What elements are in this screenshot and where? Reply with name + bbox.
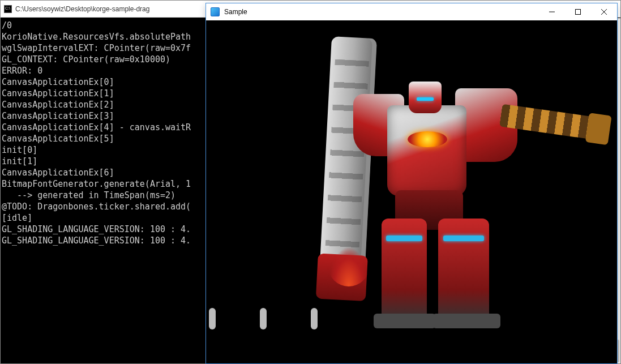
indicator-pill bbox=[311, 308, 318, 329]
mecha-foot-right bbox=[432, 314, 500, 328]
mecha-leg-left bbox=[382, 219, 427, 320]
console-line: CanvasApplicationEx[0] bbox=[2, 77, 114, 87]
console-line: wglSwapIntervalEXT: CPointer(raw=0x7f bbox=[2, 43, 191, 53]
mecha-head bbox=[409, 82, 442, 113]
mecha-flame-deco bbox=[328, 247, 369, 286]
ui-indicators bbox=[209, 308, 318, 329]
minimize-icon bbox=[549, 9, 555, 15]
maximize-icon bbox=[575, 9, 581, 15]
render-canvas[interactable] bbox=[206, 20, 617, 363]
minimize-button[interactable] bbox=[539, 3, 565, 20]
console-line: KorioNative.ResourcesVfs.absolutePath bbox=[2, 32, 191, 42]
close-icon bbox=[601, 9, 607, 15]
sample-title: Sample bbox=[224, 8, 534, 16]
console-line: CanvasApplicationEx[2] bbox=[2, 100, 114, 110]
console-line: @TODO: Dragonbones.ticker.shared.add( bbox=[2, 202, 191, 212]
console-line: BitmapFontGenerator.generate(Arial, 1 bbox=[2, 179, 191, 189]
console-line: init[1] bbox=[2, 156, 37, 166]
svg-rect-1 bbox=[576, 10, 581, 15]
indicator-pill bbox=[209, 308, 216, 329]
console-line: CanvasApplicationEx[5] bbox=[2, 134, 114, 144]
console-line: CanvasApplicationEx[3] bbox=[2, 111, 114, 121]
console-line: /0 bbox=[2, 20, 12, 31]
maximize-button[interactable] bbox=[565, 3, 591, 20]
console-line: GL_SHADING_LANGUAGE_VERSION: 100 : 4. bbox=[2, 235, 191, 246]
console-line: [idle] bbox=[2, 213, 32, 223]
mecha-foot-left bbox=[374, 314, 436, 328]
console-title: C:\Users\soywiz\Desktop\korge-sample-dra… bbox=[15, 5, 149, 13]
mecha-chest-light bbox=[408, 131, 447, 147]
mecha-leg-right bbox=[438, 219, 489, 320]
window-controls bbox=[539, 3, 617, 20]
console-line: ERROR: 0 bbox=[2, 66, 42, 76]
console-line: CanvasApplicationEx[4] - canvas.waitR bbox=[2, 122, 191, 132]
indicator-pill bbox=[260, 308, 267, 329]
sample-window: Sample bbox=[205, 3, 618, 364]
sample-titlebar[interactable]: Sample bbox=[206, 3, 617, 20]
console-line: CanvasApplicationEx[1] bbox=[2, 88, 114, 99]
mecha-sprite bbox=[274, 32, 546, 320]
console-line: --> generated in TimeSpan(ms=2) bbox=[2, 190, 175, 200]
console-line: GL_SHADING_LANGUAGE_VERSION: 100 : 4. bbox=[2, 224, 191, 234]
mecha-torso bbox=[387, 105, 466, 196]
console-line: CanvasApplicationEx[6] bbox=[2, 168, 114, 178]
console-line: init[0] bbox=[2, 145, 37, 155]
cmd-icon bbox=[4, 5, 12, 13]
close-button[interactable] bbox=[591, 3, 617, 20]
console-line: GL_CONTEXT: CPointer(raw=0x10000) bbox=[2, 54, 170, 65]
app-icon bbox=[211, 7, 220, 16]
